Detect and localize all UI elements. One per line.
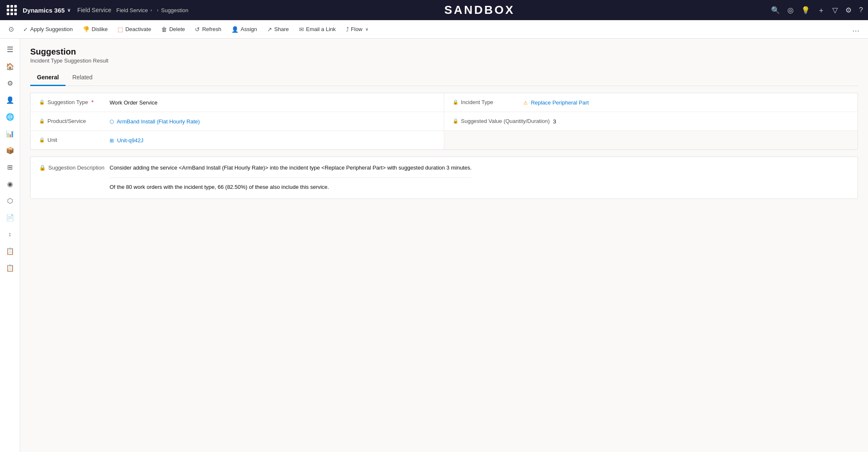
form-row-3: 🔒 Unit ⊞ Unit-q942J bbox=[31, 131, 858, 149]
apply-icon: ✓ bbox=[23, 26, 28, 33]
sidebar-item-globe[interactable]: 🌐 bbox=[3, 109, 18, 124]
collapse-button[interactable]: ⊙ bbox=[5, 24, 17, 35]
description-row: 🔒 Suggestion Description Consider adding… bbox=[39, 164, 849, 192]
grid-icon: ⊞ bbox=[110, 138, 114, 144]
lock-icon-2: 🔒 bbox=[453, 99, 459, 105]
incident-type-value[interactable]: ⚠ Replace Peripheral Part bbox=[523, 99, 589, 106]
form-row-2: 🔒 Product/Service ⬡ ArmBand Install (Fla… bbox=[31, 112, 858, 131]
sidebar-item-cube[interactable]: ⬡ bbox=[3, 193, 18, 208]
sidebar-item-task1[interactable]: 📋 bbox=[3, 243, 18, 259]
lock-icon-1: 🔒 bbox=[39, 99, 45, 105]
apply-suggestion-button[interactable]: ✓ Apply Suggestion bbox=[19, 24, 77, 34]
more-options-button[interactable]: … bbox=[849, 23, 863, 35]
sandbox-title: SANDBOX bbox=[189, 3, 771, 17]
deactivate-button[interactable]: ⬚ Deactivate bbox=[113, 24, 155, 34]
tab-related[interactable]: Related bbox=[66, 71, 99, 86]
flow-chevron: ∨ bbox=[365, 27, 368, 31]
sidebar-item-chart[interactable]: 📊 bbox=[3, 126, 18, 141]
share-button[interactable]: ↗ Share bbox=[263, 24, 293, 34]
sidebar-item-layers[interactable]: ⊞ bbox=[3, 159, 18, 175]
description-paragraph-1: Consider adding the service <ArmBand Ins… bbox=[110, 164, 472, 172]
form-cell-suggestion-type: 🔒 Suggestion Type * Work Order Service bbox=[31, 93, 444, 112]
suggestion-type-value: Work Order Service bbox=[110, 99, 157, 106]
notifications-icon[interactable]: 💡 bbox=[801, 6, 810, 15]
dislike-label: Dislike bbox=[92, 26, 108, 32]
deactivate-icon: ⬚ bbox=[118, 26, 123, 33]
description-label: 🔒 Suggestion Description bbox=[39, 164, 106, 171]
flow-button[interactable]: ⤴ Flow ∨ bbox=[342, 24, 372, 34]
breadcrumb: Field Service › › Suggestion bbox=[116, 7, 189, 13]
new-record-icon[interactable]: ＋ bbox=[818, 5, 825, 15]
incident-type-label: 🔒 Incident Type bbox=[453, 99, 520, 105]
email-icon: ✉ bbox=[299, 26, 304, 33]
sidebar-menu-button[interactable]: ☰ bbox=[3, 42, 18, 57]
filter-icon[interactable]: ▽ bbox=[832, 6, 838, 15]
dynamics-brand[interactable]: Dynamics 365 ∨ bbox=[23, 7, 71, 14]
flow-icon: ⤴ bbox=[346, 26, 349, 33]
assign-icon: 👤 bbox=[231, 26, 239, 33]
breadcrumb-part1[interactable]: Field Service bbox=[116, 7, 148, 13]
brand-chevron: ∨ bbox=[67, 8, 71, 13]
share-icon: ↗ bbox=[267, 26, 272, 33]
lock-icon-4: 🔒 bbox=[453, 118, 459, 124]
sidebar-item-settings[interactable]: ⚙ bbox=[3, 76, 18, 91]
required-star: * bbox=[92, 99, 94, 105]
deactivate-label: Deactivate bbox=[125, 26, 151, 32]
product-service-value[interactable]: ⬡ ArmBand Install (Flat Hourly Rate) bbox=[110, 118, 200, 125]
suggested-value-value: 3 bbox=[553, 118, 556, 125]
unit-value[interactable]: ⊞ Unit-q942J bbox=[110, 137, 144, 144]
refresh-button[interactable]: ↺ Refresh bbox=[191, 24, 226, 34]
main-layout: ☰ 🏠 ⚙ 👤 🌐 📊 📦 ⊞ ◉ ⬡ 📄 ↕ 📋 📋 Suggestion I… bbox=[0, 39, 868, 452]
form-row-1: 🔒 Suggestion Type * Work Order Service 🔒… bbox=[31, 93, 858, 112]
field-service-nav-label[interactable]: Field Service bbox=[77, 7, 111, 13]
assign-label: Assign bbox=[241, 26, 257, 32]
delete-icon: 🗑 bbox=[161, 26, 167, 33]
description-text: Consider adding the service <ArmBand Ins… bbox=[110, 164, 472, 192]
help-icon[interactable]: ? bbox=[859, 6, 863, 14]
description-card: 🔒 Suggestion Description Consider adding… bbox=[30, 157, 858, 199]
breadcrumb-part2: Suggestion bbox=[161, 7, 188, 13]
suggested-value-label: 🔒 Suggested Value (Quantity/Duration) bbox=[453, 118, 550, 124]
form-cell-unit-right-empty bbox=[444, 131, 858, 149]
form-cell-suggested-value: 🔒 Suggested Value (Quantity/Duration) 3 bbox=[444, 112, 858, 131]
refresh-icon: ↺ bbox=[195, 26, 200, 33]
lock-icon-3: 🔒 bbox=[39, 118, 45, 124]
sidebar-item-home[interactable]: 🏠 bbox=[3, 59, 18, 74]
sidebar-item-doc[interactable]: 📄 bbox=[3, 210, 18, 225]
dislike-icon: 👎 bbox=[83, 26, 89, 32]
delete-button[interactable]: 🗑 Delete bbox=[157, 24, 189, 34]
assign-button[interactable]: 👤 Assign bbox=[227, 24, 261, 34]
page-subtitle: Incident Type Suggestion Result bbox=[30, 57, 858, 64]
nav-icons: 🔍 ◎ 💡 ＋ ▽ ⚙ ? bbox=[771, 5, 863, 15]
page-header: Suggestion Incident Type Suggestion Resu… bbox=[30, 47, 858, 64]
settings-icon[interactable]: ⚙ bbox=[845, 6, 852, 15]
form-cell-unit: 🔒 Unit ⊞ Unit-q942J bbox=[31, 131, 444, 149]
description-divider bbox=[110, 178, 472, 178]
tabs: General Related bbox=[30, 71, 858, 86]
email-link-button[interactable]: ✉ Email a Link bbox=[295, 24, 340, 34]
sidebar-item-sort[interactable]: ↕ bbox=[3, 227, 18, 242]
sidebar-item-packages[interactable]: 📦 bbox=[3, 143, 18, 158]
product-service-label: 🔒 Product/Service bbox=[39, 118, 106, 124]
flow-label: Flow bbox=[351, 26, 362, 32]
form-cell-product-service: 🔒 Product/Service ⬡ ArmBand Install (Fla… bbox=[31, 112, 444, 131]
delete-label: Delete bbox=[169, 26, 185, 32]
lock-icon-desc: 🔒 bbox=[39, 165, 46, 171]
recent-icon[interactable]: ◎ bbox=[787, 6, 794, 15]
sidebar-item-users[interactable]: 👤 bbox=[3, 92, 18, 107]
dynamics-label: Dynamics 365 bbox=[23, 7, 65, 14]
dislike-button[interactable]: 👎 Dislike bbox=[79, 24, 112, 34]
form-card: 🔒 Suggestion Type * Work Order Service 🔒… bbox=[30, 93, 858, 150]
unit-label: 🔒 Unit bbox=[39, 137, 106, 143]
apps-grid-button[interactable] bbox=[5, 3, 18, 17]
tab-general[interactable]: General bbox=[30, 71, 66, 86]
sidebar-item-task2[interactable]: 📋 bbox=[3, 260, 18, 275]
cube-icon: ⬡ bbox=[110, 119, 114, 125]
search-icon[interactable]: 🔍 bbox=[771, 6, 780, 15]
share-label: Share bbox=[274, 26, 289, 32]
content-area: Suggestion Incident Type Suggestion Resu… bbox=[20, 39, 868, 452]
suggestion-type-label: 🔒 Suggestion Type * bbox=[39, 99, 106, 105]
sidebar-item-database[interactable]: ◉ bbox=[3, 176, 18, 191]
description-paragraph-2: Of the 80 work orders with the incident … bbox=[110, 183, 472, 192]
breadcrumb-sep2: › bbox=[157, 8, 159, 13]
